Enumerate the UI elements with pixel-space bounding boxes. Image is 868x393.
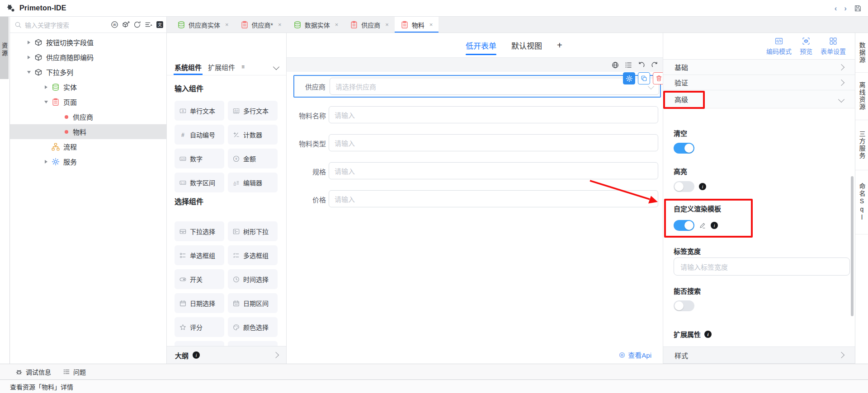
- tree-collapse-icon[interactable]: [42, 85, 50, 89]
- section-validation[interactable]: 验证: [663, 75, 855, 90]
- component-多行文本[interactable]: A多行文本: [228, 101, 278, 121]
- save-icon[interactable]: [854, 5, 862, 12]
- component-计数器[interactable]: 计数器: [228, 125, 278, 145]
- component-日期区间[interactable]: 日期区间: [228, 293, 278, 313]
- tree-item-按钮切换字段值[interactable]: 按钮切换字段值: [10, 35, 166, 50]
- highlight-label: 高亮: [674, 166, 687, 176]
- edit-icon[interactable]: [699, 222, 706, 229]
- component-金额[interactable]: ¥金额: [228, 149, 278, 168]
- right-activity-数据源[interactable]: 数据源: [855, 33, 868, 73]
- component-数字区间[interactable]: 1~3数字区间: [175, 173, 224, 192]
- view-api-link[interactable]: 查看Api: [628, 350, 651, 360]
- info-icon[interactable]: i: [711, 222, 718, 229]
- clear-toggle[interactable]: [674, 143, 694, 154]
- component-下拉选择[interactable]: 下拉选择: [175, 221, 224, 241]
- chevron-down-icon[interactable]: [273, 64, 279, 70]
- tree-item-实体[interactable]: 实体: [10, 80, 166, 94]
- right-activity-三方服务[interactable]: 三方服务: [855, 120, 868, 170]
- field-input-规格[interactable]: 请输入: [329, 162, 658, 179]
- component-日期选择[interactable]: 日期选择: [175, 293, 224, 313]
- action-表单设置[interactable]: 表单设置: [821, 37, 846, 56]
- search-input[interactable]: 输入关键字搜索: [14, 20, 111, 29]
- view-tab-lowcode-form[interactable]: 低开表单: [466, 33, 496, 57]
- label-width-input[interactable]: 请输入标签宽度: [674, 257, 850, 276]
- section-style[interactable]: 样式: [663, 346, 855, 364]
- tree-collapse-icon[interactable]: [25, 41, 33, 44]
- doc-tab-供应商[interactable]: 供应商×: [344, 17, 395, 33]
- component-开关[interactable]: 开关: [175, 269, 224, 289]
- highlight-toggle[interactable]: [674, 181, 694, 192]
- doc-tab-供应商[interactable]: 供应商*×: [235, 17, 288, 33]
- doc-tab-物料[interactable]: 物料×: [395, 17, 439, 33]
- redo-icon[interactable]: [651, 61, 658, 69]
- field-input-物料名称[interactable]: 请输入: [329, 106, 658, 123]
- doc-tab-数据实体[interactable]: 数据实体×: [288, 17, 344, 33]
- problems-button[interactable]: 问题: [63, 367, 86, 376]
- tree-item-下拉多列[interactable]: 下拉多列: [10, 65, 166, 80]
- tree-expand-icon[interactable]: [42, 101, 50, 103]
- collapse-all-icon[interactable]: [145, 21, 152, 28]
- tree-item-流程[interactable]: 流程: [10, 139, 166, 154]
- right-activity-离线资源[interactable]: 离线资源: [855, 73, 868, 120]
- tree-item-供应商随即编码[interactable]: 供应商随即编码: [10, 50, 166, 65]
- component-评分[interactable]: 评分: [175, 317, 224, 337]
- translate-icon[interactable]: 文: [156, 21, 164, 28]
- component-树形下拉[interactable]: 树形下拉: [228, 221, 278, 241]
- component-多选框组[interactable]: 多选框组: [228, 245, 278, 265]
- custom-render-toggle[interactable]: [674, 220, 694, 231]
- field-settings-button[interactable]: [623, 72, 635, 84]
- info-icon[interactable]: i: [704, 331, 712, 338]
- component-partial[interactable]: [228, 341, 278, 346]
- field-input-物料类型[interactable]: 请输入: [329, 134, 658, 151]
- page-instance-icon: [65, 130, 68, 134]
- component-编辑器[interactable]: A编辑器: [228, 173, 278, 192]
- close-tab-icon[interactable]: ×: [335, 21, 339, 28]
- right-activity-命名Sql[interactable]: 命名Sql: [855, 170, 868, 234]
- scrollbar-thumb[interactable]: [851, 176, 854, 316]
- info-icon[interactable]: i: [699, 183, 706, 190]
- component-单选框组[interactable]: 单选框组: [175, 245, 224, 265]
- section-advanced[interactable]: 高级: [663, 90, 855, 108]
- add-view-button[interactable]: +: [557, 33, 562, 57]
- close-tab-icon[interactable]: ×: [278, 21, 282, 28]
- activity-item-resources[interactable]: 资源: [0, 17, 9, 79]
- ai-icon[interactable]: AI: [111, 21, 118, 28]
- outline-bar[interactable]: 大纲 i: [167, 346, 286, 364]
- tree-expand-icon[interactable]: [25, 71, 33, 74]
- component-数字[interactable]: 123数字: [175, 149, 224, 168]
- field-input-价格[interactable]: 请输入: [329, 190, 658, 207]
- tree-collapse-icon[interactable]: [25, 56, 33, 59]
- close-tab-icon[interactable]: ×: [429, 21, 433, 28]
- tree-item-服务[interactable]: 服务: [10, 154, 166, 169]
- component-自动编号[interactable]: #自动编号: [175, 125, 224, 145]
- component-颜色选择[interactable]: 颜色选择: [228, 317, 278, 337]
- searchable-toggle[interactable]: [674, 300, 694, 311]
- nav-forward-icon[interactable]: ›: [844, 5, 847, 12]
- tree-item-物料[interactable]: 物料: [10, 124, 166, 139]
- tree-item-供应商[interactable]: 供应商: [10, 109, 166, 124]
- section-basic[interactable]: 基础: [663, 60, 855, 75]
- outline-list-icon[interactable]: [625, 61, 632, 69]
- selected-field-supplier[interactable]: 供应商请选择供应商: [293, 75, 661, 98]
- action-预览[interactable]: 预览: [800, 37, 812, 56]
- action-编码模式[interactable]: 编码模式: [766, 37, 792, 56]
- undo-icon[interactable]: [638, 61, 645, 69]
- new-resource-icon[interactable]: [122, 21, 130, 28]
- tree-item-页面[interactable]: 页面: [10, 94, 166, 109]
- doc-tab-供应商实体[interactable]: 供应商实体×: [171, 17, 235, 33]
- copy-field-button[interactable]: [638, 72, 650, 84]
- i18n-globe-icon[interactable]: [612, 61, 619, 69]
- component-partial[interactable]: [175, 341, 224, 346]
- refresh-icon[interactable]: [133, 21, 141, 28]
- nav-back-icon[interactable]: ‹: [835, 5, 837, 12]
- tab-extension-components[interactable]: 扩展组件: [208, 59, 235, 75]
- view-tab-default-view[interactable]: 默认视图: [511, 33, 542, 57]
- debug-info-button[interactable]: 调试信息: [15, 367, 51, 376]
- component-时间选择[interactable]: 时间选择: [228, 269, 278, 289]
- close-tab-icon[interactable]: ×: [385, 21, 389, 28]
- tab-system-components[interactable]: 系统组件: [175, 59, 202, 75]
- tree-collapse-icon[interactable]: [42, 160, 50, 164]
- component-单行文本[interactable]: A单行文本: [175, 101, 224, 121]
- supplier-select[interactable]: 请选择供应商: [330, 78, 659, 95]
- close-tab-icon[interactable]: ×: [225, 21, 229, 28]
